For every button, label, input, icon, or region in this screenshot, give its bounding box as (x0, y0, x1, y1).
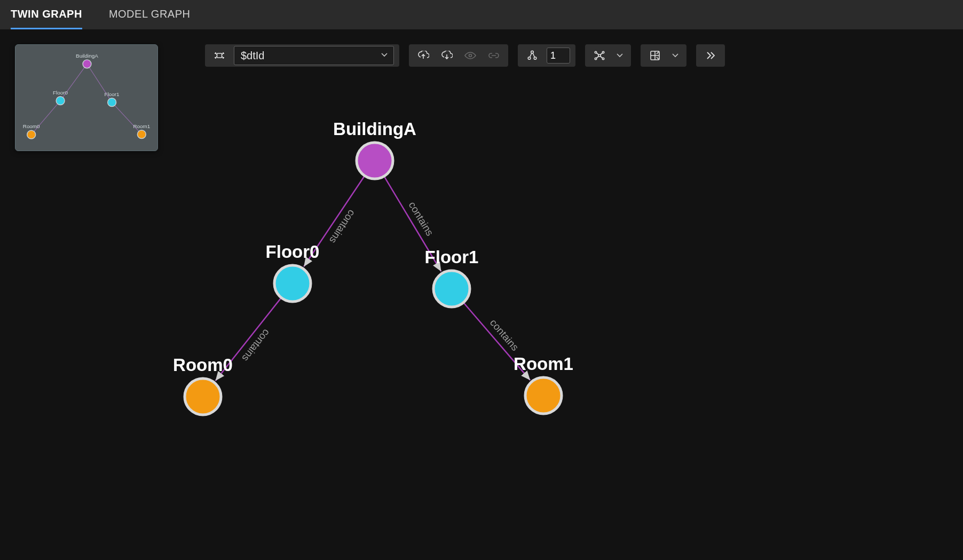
overflow-icon[interactable] (701, 46, 720, 65)
io-group (409, 44, 508, 67)
layout-group (585, 44, 631, 67)
graph-node-buildinga[interactable] (357, 143, 393, 179)
svg-point-6 (56, 97, 65, 105)
svg-line-3 (112, 102, 142, 135)
layout-chevron-icon[interactable] (614, 51, 626, 60)
graph-node-label: Floor1 (425, 247, 479, 267)
display-property-value: $dtId (241, 50, 264, 62)
svg-point-18 (534, 57, 536, 60)
expand-mode-group (641, 44, 686, 67)
minimap[interactable]: BuildingAFloor0Floor1Room0Room1 (15, 44, 158, 151)
svg-point-15 (469, 54, 472, 57)
graph-node-room0[interactable] (185, 378, 221, 415)
show-all-icon (461, 46, 479, 65)
svg-point-10 (27, 130, 36, 139)
svg-text:Floor0: Floor0 (53, 90, 68, 96)
graph-node-floor1[interactable] (433, 271, 470, 307)
svg-rect-14 (217, 53, 222, 58)
chevron-down-icon (381, 51, 388, 60)
svg-point-12 (137, 130, 146, 139)
tab-twin-graph[interactable]: TWIN GRAPH (11, 0, 82, 29)
graph-edge-label: contains (488, 317, 521, 353)
svg-point-4 (83, 60, 91, 68)
svg-point-16 (531, 51, 534, 53)
expand-mode-icon[interactable] (646, 46, 664, 65)
graph-edge-label: contains (407, 200, 436, 238)
expansion-tree-icon[interactable] (523, 46, 541, 65)
export-graph-icon[interactable] (414, 46, 432, 65)
show-relationships-icon (485, 46, 503, 65)
graph-node-label: Room0 (173, 355, 233, 375)
fit-icon[interactable] (210, 46, 228, 65)
expansion-level-input[interactable] (547, 48, 570, 64)
display-property-dropdown[interactable]: $dtId (234, 46, 394, 65)
svg-line-2 (31, 101, 60, 135)
toolbar: $dtId (205, 44, 725, 67)
svg-text:Floor1: Floor1 (105, 91, 120, 97)
svg-point-8 (108, 98, 116, 107)
overflow-group (696, 44, 725, 67)
graph-node-label: BuildingA (333, 119, 416, 139)
graph-edge-label: contains (240, 327, 272, 364)
svg-point-17 (528, 57, 531, 60)
graph-node-label: Room1 (514, 354, 573, 374)
svg-text:Room0: Room0 (23, 123, 40, 129)
tab-model-graph[interactable]: MODEL GRAPH (109, 0, 191, 29)
graph-edge-label: contains (327, 208, 358, 245)
expansion-group (518, 44, 575, 67)
svg-text:Room1: Room1 (133, 123, 150, 129)
graph-node-label: Floor0 (266, 242, 320, 262)
svg-text:BuildingA: BuildingA (76, 53, 98, 59)
expand-mode-chevron-icon[interactable] (669, 51, 681, 60)
main-area: containscontainscontainscontains Buildin… (0, 29, 963, 560)
layout-icon[interactable] (590, 46, 609, 65)
graph-node-floor0[interactable] (274, 265, 311, 302)
display-property-group: $dtId (205, 44, 399, 67)
svg-point-19 (598, 54, 601, 57)
tab-bar: TWIN GRAPH MODEL GRAPH (0, 0, 963, 29)
graph-node-room1[interactable] (525, 377, 562, 414)
import-graph-icon[interactable] (438, 46, 456, 65)
